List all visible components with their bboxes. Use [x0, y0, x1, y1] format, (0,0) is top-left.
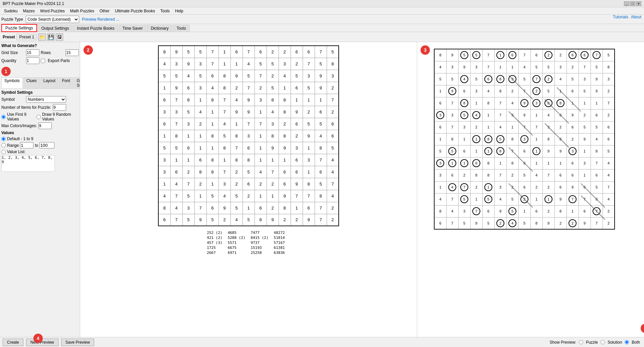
menu-ultimate[interactable]: Ultimate Puzzle Books [112, 8, 158, 14]
both-radio[interactable] [625, 340, 629, 344]
menu-other[interactable]: Other [97, 8, 112, 14]
stats-area: 252 (2)4685747748272421 (2)5288 (2)8415 … [207, 229, 290, 255]
grid-cell: 9 [291, 178, 303, 190]
right-grid-cell: 2 [458, 169, 470, 181]
grid-cell: 3 [243, 130, 255, 142]
right-grid-cell: 5 [482, 217, 494, 229]
quantity-input[interactable] [26, 57, 39, 64]
grid-size-input[interactable] [26, 49, 39, 56]
app-title: BPT Puzzle Maker Pro v2024.12.1 [3, 1, 64, 6]
preset1-tab[interactable]: Preset 1 [16, 34, 37, 40]
sub-tab-grid-styling[interactable]: Grid Styling [74, 77, 80, 89]
create-button[interactable]: Create [3, 339, 23, 346]
menu-math-puzzles[interactable]: Math Puzzles [67, 8, 97, 14]
grid-cell: 8 [206, 166, 218, 178]
puzzle-radio-label: Puzzle [586, 340, 598, 345]
stats-cell: 421 (2) [207, 235, 227, 240]
grid-cell: 3 [267, 118, 279, 130]
rows-input[interactable] [65, 49, 79, 56]
grid-cell: 7 [315, 214, 327, 226]
menu-sudoku[interactable]: Sudoku [1, 8, 20, 14]
grid-cell: 2 [279, 214, 291, 226]
right-grid-cell: 8 [482, 157, 494, 169]
grid-cell: 3 [158, 166, 170, 178]
save-preview-button[interactable]: Save Preview [61, 339, 94, 346]
about-link[interactable]: About [631, 15, 641, 19]
right-grid-cell: 1 [482, 109, 494, 121]
grid-cell: 6 [327, 118, 339, 130]
menu-mazes[interactable]: Mazes [20, 8, 37, 14]
default-radio[interactable] [1, 137, 6, 141]
right-grid-cell: 2 [530, 85, 542, 97]
grid-cell: 2 [243, 190, 255, 202]
grid-cell: 5 [194, 46, 206, 58]
menu-tools[interactable]: Tools [158, 8, 172, 14]
window-controls: _ □ ✕ [624, 1, 641, 6]
export-parts-label: Export Parts [48, 58, 71, 63]
puzzle-radio[interactable] [579, 340, 583, 344]
preset-bar: Preset Preset 1 📁 💾 🖫 [0, 32, 644, 42]
close-button[interactable]: ✕ [636, 1, 641, 6]
menu-help[interactable]: Help [172, 8, 186, 14]
right-grid-cell: 2 [542, 49, 554, 61]
values-textarea[interactable]: 1, 2, 3, 4, 5, 6, 7, 8, 9 [1, 155, 55, 172]
value-list-radio[interactable] [1, 150, 6, 154]
tutorials-link[interactable]: Tutorials [613, 15, 628, 19]
grid-cell: 7 [194, 202, 206, 214]
grid-cell: 1 [182, 154, 194, 166]
draw-random-label: Draw 9 Random Values [42, 112, 78, 121]
grid-cell: 4 [279, 70, 291, 82]
grid-cell: 6 [291, 166, 303, 178]
grid-cell: 1 [255, 190, 267, 202]
grid-cell: 9 [170, 46, 182, 58]
range-radio[interactable] [1, 143, 6, 147]
range-to-input[interactable] [39, 142, 54, 148]
solution-radio[interactable] [601, 340, 605, 344]
sub-tab-layout[interactable]: Layout [40, 77, 58, 89]
grid-cell: 2 [291, 214, 303, 226]
right-grid-cell: 9 [506, 73, 518, 85]
range-from-input[interactable] [20, 142, 33, 148]
grid-cell: 7 [291, 190, 303, 202]
tab-instant-puzzle-books[interactable]: Instant Puzzle Books [73, 25, 118, 32]
grid-cell: 7 [218, 94, 230, 106]
export-parts-checkbox[interactable] [41, 59, 45, 63]
right-grid-cell: 6 [579, 49, 591, 61]
symbol-select[interactable]: Numbers [26, 96, 66, 103]
tab-dictionary[interactable]: Dictionary [147, 25, 172, 32]
tab-output-settings[interactable]: Output Settings [38, 25, 73, 32]
tab-puzzle-settings[interactable]: Puzzle Settings [1, 24, 37, 32]
save-icon-btn[interactable]: 💾 [47, 33, 54, 41]
right-grid-cell: 1 [567, 205, 579, 217]
grid-cell: 5 [303, 82, 315, 94]
grid-cell: 1 [206, 142, 218, 154]
tab-time-saver[interactable]: Time Saver [119, 25, 147, 32]
folder-icon-btn[interactable]: 📁 [38, 33, 46, 41]
preview-rendered-btn[interactable]: Preview Rendered ... [82, 17, 119, 22]
right-grid-cell: 8 [494, 145, 506, 157]
draw-random-radio[interactable] [36, 115, 41, 119]
disk-icon-btn[interactable]: 🖫 [56, 33, 63, 41]
sub-tab-clues[interactable]: Clues [23, 77, 40, 89]
max-colors-input[interactable] [38, 122, 52, 129]
right-grid-cell: 8 [579, 181, 591, 193]
tab-tools[interactable]: Tools [173, 25, 190, 32]
grid-cell: 1 [218, 154, 230, 166]
right-grid-cell: 6 [518, 181, 530, 193]
right-grid-cell: 1 [446, 157, 458, 169]
sub-tab-font[interactable]: Font [59, 77, 73, 89]
maximize-button[interactable]: □ [630, 1, 635, 6]
grid-cell: 7 [315, 202, 327, 214]
right-grid-cell: 7 [458, 181, 470, 193]
menu-word-puzzles[interactable]: Word Puzzles [37, 8, 67, 14]
stats-cell: 57167 [274, 240, 290, 245]
puzzle-type-select[interactable]: Code Search (Licensed) [26, 16, 79, 23]
num-items-input[interactable] [53, 104, 66, 111]
right-grid-cell: 8 [446, 133, 458, 145]
use-first-radio[interactable] [1, 115, 6, 119]
right-grid-cell: 6 [603, 133, 615, 145]
grid-cell: 3 [170, 58, 182, 70]
grid-cell: 2 [230, 82, 243, 94]
sub-tab-symbols[interactable]: Symbols [1, 77, 23, 89]
minimize-button[interactable]: _ [624, 1, 629, 6]
